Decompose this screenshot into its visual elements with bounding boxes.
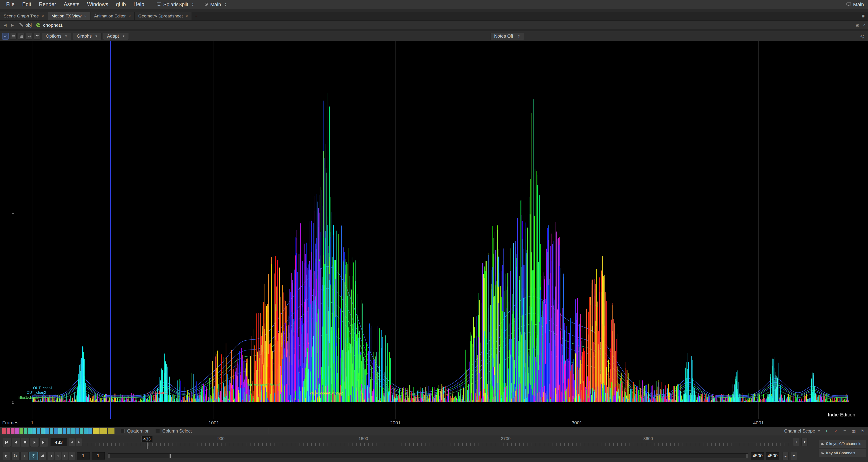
loop-mode-icon[interactable]: ↻	[11, 452, 20, 460]
tab-geometry-spreadsheet[interactable]: Geometry Spreadsheet×	[135, 12, 192, 20]
notes-dropdown[interactable]: Notes Off ▲▼	[490, 33, 524, 40]
channel-swatch[interactable]	[24, 428, 27, 434]
back-icon[interactable]: ◀	[2, 22, 8, 28]
right-view-selector[interactable]: Main	[845, 1, 866, 8]
menu-item-qlib[interactable]: qLib	[112, 0, 129, 9]
channel-swatch[interactable]	[45, 428, 49, 434]
playbar-menu-icon[interactable]: ▾	[801, 438, 808, 446]
display-options-icon[interactable]	[34, 33, 40, 40]
pin-icon[interactable]: ◉	[856, 23, 859, 28]
add-tab-button[interactable]: +	[192, 12, 200, 20]
key-all-channels-button[interactable]: Key All Channels	[818, 449, 866, 457]
settings-menu-icon[interactable]: ≡	[782, 452, 789, 460]
menu-item-file[interactable]: File	[2, 0, 18, 9]
dopesheet-toggle-icon[interactable]	[38, 452, 47, 460]
tab-close-icon[interactable]: ×	[128, 14, 131, 19]
table-mode-button[interactable]	[18, 33, 25, 40]
prev-key-button[interactable]	[48, 452, 54, 460]
menu-item-windows[interactable]: Windows	[83, 0, 112, 9]
value-graph-mode-button[interactable]	[2, 33, 9, 40]
add-channel-icon[interactable]: +	[824, 428, 830, 434]
current-frame-field[interactable]: 433	[51, 438, 67, 446]
channel-swatch[interactable]	[75, 428, 79, 434]
channel-swatch[interactable]	[41, 428, 45, 434]
stacked-mode-button[interactable]	[26, 33, 32, 40]
anim-options-icon[interactable]: ↕	[793, 438, 799, 446]
play-reverse-button[interactable]	[11, 438, 20, 447]
dopesheet-mode-button[interactable]	[10, 33, 17, 40]
keys-info-button[interactable]: 0 keys, 0/0 channels	[818, 440, 866, 448]
first-frame-button[interactable]	[2, 438, 11, 447]
menu-item-help[interactable]: Help	[130, 0, 148, 9]
tab-close-icon[interactable]: ×	[185, 14, 188, 19]
tab-close-icon[interactable]: ×	[84, 14, 87, 19]
channel-swatch[interactable]	[2, 428, 6, 434]
play-button[interactable]	[30, 438, 39, 447]
desktop-selector[interactable]: SolarisSplit ▲▼	[155, 1, 196, 8]
menu-item-assets[interactable]: Assets	[60, 0, 83, 9]
timeline-ruler[interactable]	[79, 435, 790, 449]
playback-range-slider[interactable]	[108, 453, 748, 458]
grid-icon[interactable]: ▦	[851, 428, 857, 434]
channel-swatch[interactable]	[50, 428, 53, 434]
channel-graph-canvas[interactable]	[0, 41, 868, 419]
notes-spinner-icon[interactable]: ▲▼	[518, 34, 520, 38]
menu-item-render[interactable]: Render	[35, 0, 60, 9]
channel-strip-splitter[interactable]	[268, 428, 269, 434]
tab-animation-editor[interactable]: Animation Editor×	[90, 12, 135, 20]
global-end-field[interactable]: 4500	[766, 452, 779, 460]
channel-swatch[interactable]	[58, 428, 62, 434]
chevron-down-icon[interactable]: ▾	[791, 452, 797, 460]
prev-frame-button[interactable]	[69, 438, 75, 446]
channel-swatch[interactable]	[37, 428, 40, 434]
menu-item-edit[interactable]: Edit	[18, 0, 35, 9]
quaternion-checkbox[interactable]	[121, 429, 125, 433]
view-spinner-icon[interactable]: ▲▼	[224, 2, 227, 7]
timeline-playhead[interactable]	[147, 442, 147, 449]
options-dropdown[interactable]: Options ▼	[42, 33, 71, 40]
channel-scope-dropdown[interactable]: Channel Scope ▼	[784, 428, 820, 434]
channel-swatch[interactable]	[71, 428, 75, 434]
refresh-icon[interactable]: ↻	[860, 428, 866, 434]
stop-button[interactable]	[21, 438, 29, 447]
realtime-toggle-icon[interactable]	[29, 452, 38, 460]
range-start-handle[interactable]	[108, 454, 110, 458]
column-select-checkbox[interactable]	[156, 429, 160, 433]
channel-swatch[interactable]	[20, 428, 23, 434]
range-current-frame-marker[interactable]	[169, 454, 171, 458]
step-forward-button[interactable]	[62, 452, 68, 460]
linked-pane-icon[interactable]: ↗	[862, 23, 866, 28]
scope-icon[interactable]: ◎	[859, 33, 866, 40]
last-frame-button[interactable]	[39, 438, 48, 447]
desktop-spinner-icon[interactable]: ▲▼	[191, 2, 194, 7]
channel-swatch[interactable]	[11, 428, 14, 434]
next-key-button[interactable]	[69, 452, 75, 460]
timeline-playhead-label[interactable]: 433	[141, 436, 153, 442]
playback-start-field[interactable]: 1	[92, 452, 105, 460]
tab-close-icon[interactable]: ×	[41, 14, 44, 19]
step-back-button[interactable]	[55, 452, 61, 460]
audio-icon[interactable]: ♪	[21, 452, 29, 460]
channel-swatch[interactable]	[100, 428, 107, 434]
channel-swatch[interactable]	[63, 428, 66, 434]
remove-channel-icon[interactable]: ×	[833, 428, 839, 434]
breadcrumb-node[interactable]: chopnet1	[42, 23, 63, 28]
channel-swatch[interactable]	[88, 428, 92, 434]
tab-scene-graph-tree[interactable]: Scene Graph Tree×	[0, 12, 48, 20]
graphs-dropdown[interactable]: Graphs ▼	[73, 33, 101, 40]
global-start-field[interactable]: 1	[76, 452, 90, 460]
range-end-handle[interactable]	[746, 454, 748, 458]
menu-icon[interactable]: ≡	[842, 428, 847, 434]
channel-swatch[interactable]	[15, 428, 19, 434]
channel-swatch[interactable]	[93, 428, 99, 434]
tab-motion-fx-view[interactable]: Motion FX View×	[48, 12, 90, 20]
channel-swatch[interactable]	[28, 428, 32, 434]
channel-swatch[interactable]	[32, 428, 36, 434]
adapt-dropdown[interactable]: Adapt ▼	[103, 33, 129, 40]
view-selector[interactable]: Main ▲▼	[203, 1, 229, 8]
channel-swatch[interactable]	[7, 428, 10, 434]
playback-end-field[interactable]: 4500	[751, 452, 764, 460]
forward-icon[interactable]: ▶	[9, 22, 16, 28]
channel-swatch[interactable]	[67, 428, 70, 434]
scrub-cursor-icon[interactable]	[2, 452, 10, 460]
